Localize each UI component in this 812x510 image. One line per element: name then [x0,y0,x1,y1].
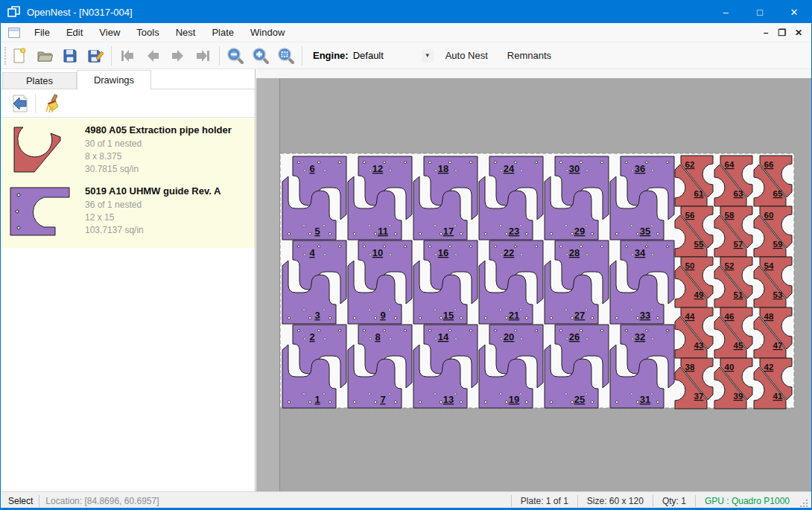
close-button[interactable]: ✕ [777,1,811,23]
nest-canvas[interactable]: 6543211211109871817161514132423222120193… [256,69,812,492]
zoom-extents-button[interactable] [273,45,299,67]
part-thumbnail [8,124,78,176]
menu-edit[interactable]: Edit [58,23,91,42]
next-plate-button[interactable] [165,45,191,67]
auto-nest-button[interactable]: Auto Nest [438,45,495,66]
drawing-list-item[interactable]: 5019 A10 UHMW guide Rev. A36 of 1 nested… [1,184,255,243]
menu-tools[interactable]: Tools [128,23,167,42]
menu-bar: FileEditViewToolsNestPlateWindow – ❐ ✕ [1,23,811,42]
part-number: 26 [569,331,580,342]
previous-arrow-icon [145,48,161,64]
part-number: 41 [773,392,783,401]
mdi-child-icon[interactable] [8,28,20,38]
mdi-minimize-button[interactable]: – [758,25,774,40]
new-button[interactable] [7,45,32,67]
remnants-button[interactable]: Remnants [500,45,559,66]
part-number: 5 [314,226,320,237]
engine-combobox[interactable]: Default ▼ [353,48,434,64]
first-plate-button[interactable] [115,45,140,67]
part-number: 13 [443,394,454,405]
maximize-button[interactable]: □ [743,1,777,23]
part-number: 15 [443,310,454,321]
part-number: 10 [372,247,383,258]
menu-window[interactable]: Window [242,23,293,42]
status-separator [695,495,696,507]
minimize-button[interactable]: – [708,1,743,23]
mdi-restore-button[interactable]: ❐ [774,25,790,40]
part-number: 38 [685,363,695,372]
part-number: 4 [309,247,315,258]
drawing-title: 4980 A05 Extraction pipe holder [85,124,232,136]
drawing-title: 5019 A10 UHMW guide Rev. A [85,185,221,197]
drawings-panel: Plates Drawings 4980 A05 Ex [1,69,256,492]
open-button[interactable] [32,45,57,67]
mdi-window-buttons: – ❐ ✕ [758,25,811,40]
status-bar: Select Location: [84.8696, 60.6957] Plat… [1,491,811,509]
part-number: 37 [694,392,704,401]
chevron-down-icon[interactable]: ▼ [422,49,434,63]
status-plate: Plate: 1 of 1 [518,496,571,506]
drawing-list-item[interactable]: 4980 A05 Extraction pipe holder30 of 1 n… [1,123,255,182]
previous-plate-button[interactable] [140,45,165,67]
save-button[interactable] [57,45,83,67]
part-number: 43 [694,341,704,350]
save-as-button[interactable] [83,45,108,67]
status-qty: Qty: 1 [659,496,689,506]
menu-plate[interactable]: Plate [203,23,242,42]
drawing-area: 30.7815 sq/in [85,164,139,174]
title-bar: OpenNest - [N0317-004] – □ ✕ [1,1,811,23]
part-number: 47 [773,341,783,350]
part-number: 9 [380,310,385,321]
menu-file[interactable]: File [26,23,58,42]
part-number: 17 [443,226,454,237]
part-number: 62 [685,160,695,169]
zoom-out-icon [226,47,244,65]
status-separator [653,495,653,507]
part-number: 57 [734,240,743,249]
drawing-size: 8 x 8.375 [85,151,121,162]
part-number: 56 [685,211,695,220]
part-thumbnail [8,185,78,238]
status-separator [511,495,512,507]
part-number: 8 [375,331,380,342]
broom-icon [42,94,61,113]
part-number: 24 [504,163,515,174]
part-number: 27 [574,310,585,321]
part-number: 11 [378,226,388,237]
mdi-close-button[interactable]: ✕ [790,25,807,40]
tab-drawings[interactable]: Drawings [77,70,151,90]
part-number: 50 [685,261,695,270]
part-number: 25 [574,394,585,405]
clear-broom-button[interactable] [41,93,62,114]
part-number: 66 [764,160,774,169]
window-title: OpenNest - [N0317-004] [27,7,708,18]
part-number: 52 [725,261,735,270]
panel-toolbar-separator [35,94,36,113]
zoom-in-button[interactable] [248,45,273,67]
last-plate-button[interactable] [191,45,216,67]
first-arrow-icon [119,48,136,64]
part-number: 40 [725,363,735,372]
send-back-button[interactable] [10,93,31,114]
drawing-nested-count: 36 of 1 nested [85,200,142,210]
part-number: 1 [314,394,320,405]
status-separator [39,495,39,507]
part-number: 51 [734,290,743,299]
part-number: 7 [380,394,385,405]
part-number: 29 [574,226,585,237]
save-as-icon [87,48,104,64]
part-number: 19 [509,394,519,405]
status-gpu: GPU : Quadro P1000 [702,496,793,506]
zoom-out-button[interactable] [223,45,248,67]
part-number: 33 [640,310,650,321]
part-number: 32 [635,331,645,342]
menu-nest[interactable]: Nest [168,23,204,42]
part-number: 53 [773,290,783,299]
resize-grip[interactable] [799,498,809,509]
part-number: 12 [372,163,383,174]
part-number: 58 [725,211,735,220]
menu-view[interactable]: View [91,23,128,42]
part-number: 54 [764,261,774,270]
part-number: 45 [734,341,743,350]
tab-plates[interactable]: Plates [2,72,77,89]
